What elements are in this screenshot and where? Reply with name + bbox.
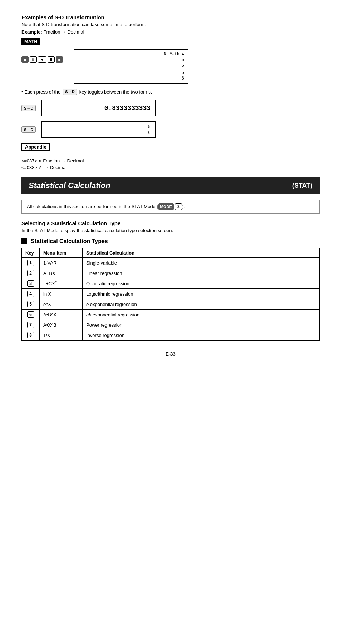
sd-key-1: S↔D [21, 105, 36, 111]
appendix-badge: Appendix [21, 143, 50, 151]
row-menu-7: A•X^B [40, 320, 83, 330]
row-menu-8: 1/X [40, 330, 83, 341]
page-number: E-33 [21, 351, 320, 357]
stat-info-box: All calculations in this section are per… [21, 200, 320, 214]
row-key-5: 5 [22, 299, 40, 310]
table-row: 5 e^X e exponential regression [22, 299, 320, 310]
table-row: 7 A•X^B Power regression [22, 320, 320, 330]
row-calc-1: Single-variable [83, 258, 320, 268]
col-key: Key [22, 248, 40, 258]
key-btn-down: ▼ [38, 56, 46, 63]
display-content: 5 6 [78, 57, 184, 68]
note-text: Note that S-D transformation can take so… [21, 22, 320, 27]
example-value: Fraction → Decimal [43, 29, 84, 35]
table-header: Key Menu Item Statistical Calculation [22, 248, 320, 258]
table-header-row: Key Menu Item Statistical Calculation [22, 248, 320, 258]
key-btn-5: 5 [30, 56, 37, 63]
row-menu-3: _+CX2 [40, 278, 83, 289]
types-heading: Statistical Calculation Types [21, 238, 320, 245]
key-2: 2 [175, 203, 182, 210]
black-square-icon [21, 238, 27, 244]
fraction-display-row: S↔D 5 6 [21, 121, 320, 138]
key-btn-eq: ■ [56, 56, 63, 63]
fraction-result-row: 5 6 [78, 70, 184, 81]
col-calc: Statistical Calculation [83, 248, 320, 258]
appendix-item-1: <#037> π Fraction → Decimal [21, 158, 320, 163]
decimal-display-row: S↔D 0.8333333333 [21, 100, 320, 116]
row-key-6: 6 [22, 310, 40, 320]
row-menu-5: e^X [40, 299, 83, 310]
col-menu: Menu Item [40, 248, 83, 258]
fraction-box-den: 6 [148, 130, 151, 135]
fraction-display-result: 5 6 [182, 70, 184, 81]
selecting-text: In the STAT Mode, display the statistica… [21, 228, 320, 233]
row-key-1: 1 [22, 258, 40, 268]
table-row: 2 A+BX Linear regression [22, 268, 320, 278]
key-8-btn: 8 [27, 332, 34, 338]
row-calc-8: Inverse regression [83, 330, 320, 341]
key-6-btn: 6 [27, 311, 34, 318]
indicator-d: D [164, 52, 167, 56]
fraction-box-inner: 5 6 [148, 124, 151, 135]
row-menu-1: 1-VAR [40, 258, 83, 268]
stat-badge: (STAT) [292, 182, 312, 190]
key-3-btn: 3 [27, 280, 34, 287]
math-badge: MATH [21, 38, 320, 49]
table-row: 6 A•B^X ab exponential regression [22, 310, 320, 320]
fraction-box-num: 5 [148, 124, 151, 130]
example-bold: Example: [21, 29, 42, 35]
key-5-btn: 5 [27, 301, 34, 307]
row-key-8: 8 [22, 330, 40, 341]
fraction-box-display: 5 6 [41, 121, 156, 138]
bullet-note: • Each press of the S↔D key toggles betw… [21, 89, 320, 95]
row-key-7: 7 [22, 320, 40, 330]
row-calc-5: e exponential regression [83, 299, 320, 310]
table-body: 1 1-VAR Single-variable 2 A+BX Linear re… [22, 258, 320, 341]
key-2-btn: 2 [27, 270, 34, 276]
table-row: 8 1/X Inverse regression [22, 330, 320, 341]
key-sequence-col: ■ 5 ▼ 6 ■ [21, 49, 63, 66]
section-title: Examples of S-D Transformation [21, 14, 320, 20]
fraction-result-denominator: 6 [182, 76, 184, 81]
sd-key-inline: S↔D [63, 89, 77, 95]
row-menu-4: ln X [40, 289, 83, 299]
key-display-block: ■ 5 ▼ 6 ■ D Math ▲ 5 6 5 6 [21, 49, 320, 84]
stat-table: Key Menu Item Statistical Calculation 1 … [21, 248, 320, 341]
mode-key: MODE [158, 203, 174, 210]
appendix-container: Appendix [21, 143, 320, 155]
stat-main-title: Statistical Calculation [29, 181, 110, 190]
row-calc-3: Quadratic regression [83, 278, 320, 289]
row-calc-4: Logarithmic regression [83, 289, 320, 299]
fraction-display-input: 5 6 [182, 57, 184, 68]
row-key-4: 4 [22, 289, 40, 299]
decimal-display: 0.8333333333 [41, 100, 156, 116]
table-row: 4 ln X Logarithmic regression [22, 289, 320, 299]
calc-display-first: D Math ▲ 5 6 5 6 [74, 49, 188, 84]
sd-key-2: S↔D [21, 126, 36, 133]
appendix-item-2: <#038> √‾ → Decimal [21, 165, 320, 170]
row-calc-2: Linear regression [83, 268, 320, 278]
row-key-2: 2 [22, 268, 40, 278]
row-calc-7: Power regression [83, 320, 320, 330]
table-row: 1 1-VAR Single-variable [22, 258, 320, 268]
key-7-btn: 7 [27, 322, 34, 328]
key-btn-6: 6 [48, 56, 55, 63]
row-key-3: 3 [22, 278, 40, 289]
fraction-numerator: 5 [182, 57, 184, 63]
stat-info-text: All calculations in this section are per… [27, 204, 185, 209]
key-4-btn: 4 [27, 291, 34, 297]
types-heading-label: Statistical Calculation Types [31, 238, 108, 245]
bullet-prefix: • Each press of the [21, 89, 60, 95]
key-btn-copy: ■ [21, 56, 29, 63]
key-1-btn: 1 [27, 260, 34, 266]
row-menu-2: A+BX [40, 268, 83, 278]
fraction-denominator: 6 [182, 63, 184, 68]
key-row: ■ 5 ▼ 6 ■ [21, 56, 63, 63]
row-menu-6: A•B^X [40, 310, 83, 320]
bullet-suffix: key toggles between the two forms. [79, 89, 152, 95]
table-row: 3 _+CX2 Quadratic regression [22, 278, 320, 289]
indicator-math: Math ▲ [170, 52, 184, 56]
example-label: Example: Fraction → Decimal [21, 29, 320, 35]
row-calc-6: ab exponential regression [83, 310, 320, 320]
fraction-result-numerator: 5 [182, 70, 184, 76]
